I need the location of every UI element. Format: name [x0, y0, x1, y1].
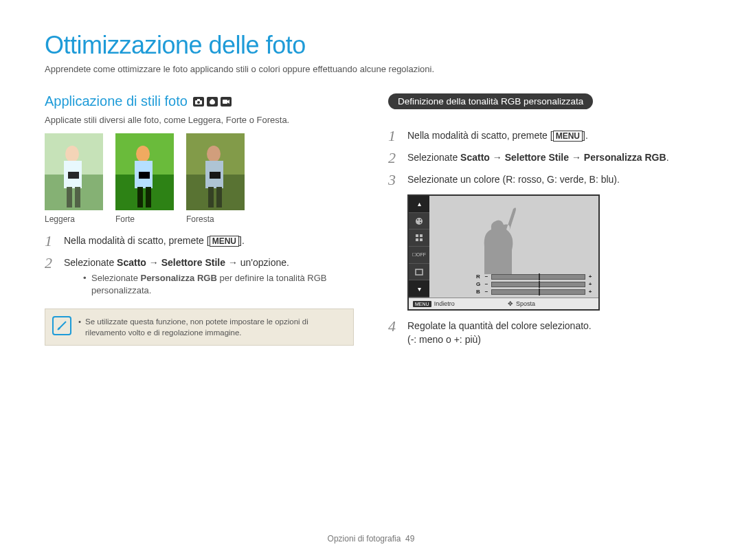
svg-rect-3: [223, 100, 227, 104]
svg-point-2: [197, 101, 200, 104]
svg-point-28: [417, 219, 418, 221]
svg-point-26: [58, 327, 60, 329]
steps-left: 1 Nella modalità di scatto, premete [MEN…: [45, 234, 354, 298]
step-number: 2: [388, 150, 399, 166]
mode-camera-icon: [193, 97, 204, 107]
camera-screen: ▴ ☐OFF ▾: [407, 194, 600, 311]
slider-b: B − +: [476, 289, 593, 295]
step-2-left: 2 Selezionate Scatto → Selettore Stile →…: [45, 256, 354, 298]
page-intro: Apprendete come ottimizzare le foto appl…: [45, 64, 697, 74]
note-text: Se utilizzate questa funzione, non potet…: [78, 316, 345, 338]
svg-rect-34: [420, 238, 423, 241]
thumb-image: [45, 133, 103, 210]
section-heading-styles: Applicazione di stili foto: [45, 93, 354, 109]
sub-bullet: Selezionate Personalizza RGB per definir…: [83, 272, 354, 297]
thumb-label: Leggera: [45, 214, 103, 224]
footer-page-number: 49: [405, 534, 414, 544]
section-desc: Applicate stili diversi alle foto, come …: [45, 115, 354, 125]
step-2-right: 2 Selezionate Scatto → Selettore Stile →…: [388, 150, 697, 166]
nav-arrows-icon: ✥: [508, 300, 513, 307]
style-thumbnails: Leggera Forte: [45, 133, 354, 224]
note-icon: [52, 316, 71, 335]
step-number: 1: [388, 128, 399, 144]
subsection-pill: Definizione della tonalità RGB personali…: [388, 93, 593, 109]
mode-icons: [193, 97, 232, 107]
svg-rect-16: [146, 187, 151, 208]
svg-rect-8: [67, 187, 72, 208]
svg-rect-22: [208, 187, 214, 208]
svg-rect-23: [216, 187, 222, 208]
screen-main: R − + G − +: [429, 196, 598, 298]
camera-screen-inner: ▴ ☐OFF ▾: [409, 196, 598, 298]
svg-rect-1: [197, 99, 200, 100]
mode-video-icon: [221, 97, 232, 107]
footer-back: MENU Indietro: [409, 298, 504, 309]
col-left: Applicazione di stili foto Applicate sti…: [45, 93, 354, 354]
manual-page: Ottimizzazione delle foto Apprendete com…: [0, 0, 742, 354]
svg-rect-35: [416, 269, 423, 275]
svg-rect-10: [68, 172, 79, 179]
sidebar-down-icon: ▾: [409, 280, 429, 298]
slider-g: G − +: [476, 281, 593, 287]
thumb-leggera: Leggera: [45, 133, 103, 224]
step-text: Selezionate Scatto → Selettore Stile → P…: [407, 150, 697, 164]
step-number: 4: [388, 319, 399, 334]
svg-point-6: [65, 146, 79, 162]
screen-sidebar: ▴ ☐OFF ▾: [409, 196, 429, 298]
page-footer: Opzioni di fotografia 49: [0, 534, 742, 544]
menu-key-label: MENU: [210, 236, 239, 247]
step-text: Selezionate un colore (R: rosso, G: verd…: [407, 172, 697, 186]
sidebar-palette-icon: [409, 213, 429, 230]
sidebar-up-icon: ▴: [409, 196, 429, 213]
footer-section: Opzioni di fotografia: [328, 534, 401, 544]
thumb-foresta: Foresta: [186, 133, 245, 224]
note-box: Se utilizzate questa funzione, non potet…: [45, 309, 354, 346]
svg-rect-32: [420, 234, 423, 237]
step-3-right: 3 Selezionate un colore (R: rosso, G: ve…: [388, 172, 697, 188]
step-text: Selezionate Scatto → Selettore Stile → u…: [64, 256, 354, 298]
silhouette-graphic: [450, 199, 553, 274]
menu-key-label: MENU: [553, 131, 583, 142]
step-number: 3: [388, 172, 399, 188]
sidebar-grid-icon: [409, 229, 429, 247]
svg-point-27: [416, 218, 423, 225]
step-number: 2: [45, 256, 56, 271]
svg-point-30: [420, 222, 421, 223]
thumb-label: Foresta: [186, 214, 245, 224]
section-heading-text: Applicazione di stili foto: [45, 93, 188, 109]
thumb-label: Forte: [115, 214, 174, 224]
steps-right: 1 Nella modalità di scatto, premete [MEN…: [388, 128, 697, 347]
thumb-image: [186, 133, 245, 210]
svg-rect-15: [137, 187, 143, 208]
svg-rect-31: [416, 234, 418, 237]
screen-footer: MENU Indietro ✥ Sposta: [409, 298, 598, 309]
step-4-right: 4 Regolate la quantità del colore selezi…: [388, 319, 697, 347]
step-number: 1: [45, 234, 56, 249]
svg-rect-24: [210, 172, 221, 179]
svg-point-29: [420, 219, 421, 221]
sidebar-off-icon: ☐OFF: [409, 247, 429, 264]
footer-move: ✥ Sposta: [504, 298, 598, 309]
rgb-sliders: R − + G − +: [476, 273, 593, 296]
svg-rect-17: [139, 172, 150, 179]
thumb-forte: Forte: [115, 133, 174, 224]
step-text: Nella modalità di scatto, premete [MENU]…: [407, 128, 697, 142]
step-text: Regolate la quantità del colore selezion…: [407, 319, 697, 347]
step-text: Nella modalità di scatto, premete [MENU]…: [64, 234, 354, 247]
svg-rect-33: [416, 238, 418, 241]
page-title: Ottimizzazione delle foto: [45, 31, 697, 60]
mode-dual-icon: [207, 97, 218, 107]
step-1-left: 1 Nella modalità di scatto, premete [MEN…: [45, 234, 354, 249]
sidebar-frame-icon: [409, 264, 429, 281]
content-columns: Applicazione di stili foto Applicate sti…: [45, 93, 697, 354]
step-1-right: 1 Nella modalità di scatto, premete [MEN…: [388, 128, 697, 144]
step-sub-bullets: Selezionate Personalizza RGB per definir…: [64, 272, 354, 297]
svg-point-20: [207, 146, 221, 162]
slider-r: R − +: [476, 273, 593, 280]
svg-point-13: [136, 146, 150, 162]
svg-rect-9: [75, 187, 80, 208]
col-right: Definizione della tonalità RGB personali…: [388, 93, 697, 354]
menu-key-icon: MENU: [413, 301, 431, 307]
thumb-image: [115, 133, 174, 210]
